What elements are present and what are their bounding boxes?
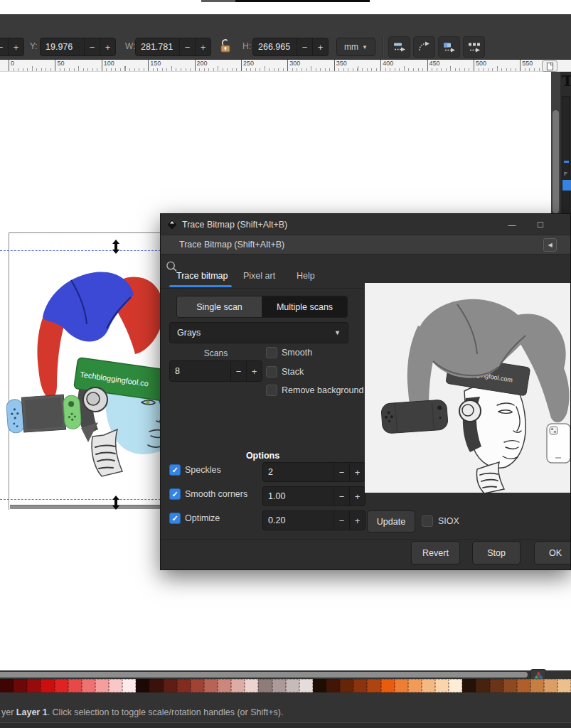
smooth-corners-value[interactable]: 1.00 (263, 487, 333, 505)
palette-swatch[interactable] (218, 679, 231, 692)
palette-swatch[interactable] (82, 679, 95, 692)
y-plus-button[interactable]: + (100, 38, 115, 55)
optimize-minus-button[interactable]: − (333, 511, 349, 530)
palette-swatch[interactable] (258, 679, 272, 692)
palette-swatch[interactable] (326, 679, 340, 692)
palette-swatch[interactable] (422, 679, 435, 692)
scale-stroke-width-toggle[interactable] (388, 36, 410, 58)
h-minus-button[interactable]: − (297, 38, 312, 55)
height-spinbox[interactable]: 266.965 − + (252, 38, 329, 56)
x-minus-button[interactable]: − (0, 38, 8, 55)
y-value[interactable]: 19.976 (41, 38, 84, 55)
palette-swatch[interactable] (0, 679, 14, 692)
tab-trace-bitmap[interactable]: Trace bitmap (176, 271, 228, 281)
speckles-spinbox[interactable]: 2 − + (262, 462, 365, 482)
horizontal-ruler[interactable]: 050100150200250300350400450500550 (0, 60, 571, 72)
palette-swatch[interactable] (164, 679, 177, 692)
siox-checkbox[interactable] (422, 515, 433, 527)
palette-swatch[interactable] (435, 679, 449, 692)
tab-pixel-art[interactable]: Pixel art (243, 271, 275, 281)
palette-swatch[interactable] (517, 679, 530, 692)
speckles-plus-button[interactable]: + (349, 463, 365, 481)
palette-swatch[interactable] (136, 679, 149, 692)
stop-button[interactable]: Stop (472, 541, 521, 564)
scans-plus-button[interactable]: + (246, 361, 262, 381)
speckles-checkbox[interactable]: ✓ (169, 464, 181, 476)
palette-swatch[interactable] (149, 679, 163, 692)
palette-swatch[interactable] (14, 679, 27, 692)
width-spinbox[interactable]: 281.781 − + (135, 38, 211, 56)
single-scan-segment[interactable]: Single scan (177, 296, 262, 317)
fill-color-swatch[interactable] (562, 180, 571, 191)
palette-swatch[interactable] (340, 679, 353, 692)
scale-handle-top[interactable] (112, 240, 120, 254)
scans-value[interactable]: 8 (170, 361, 230, 381)
palette-swatch[interactable] (503, 679, 517, 692)
smooth-checkbox[interactable] (266, 347, 277, 358)
ok-button[interactable]: OK (534, 541, 571, 564)
width-value[interactable]: 281.781 (136, 38, 179, 55)
stack-checkbox[interactable] (266, 366, 277, 378)
x-plus-button[interactable]: + (8, 38, 23, 55)
remove-background-checkbox[interactable] (266, 385, 277, 396)
palette-swatch[interactable] (122, 679, 136, 692)
palette-swatch[interactable] (272, 679, 286, 692)
palette-swatch[interactable] (231, 679, 245, 692)
x-spinbox-partial[interactable]: − + (0, 38, 24, 56)
dialog-titlebar[interactable]: Trace Bitmap (Shift+Alt+B) — □ (161, 214, 571, 235)
smooth-corners-spinbox[interactable]: 1.00 − + (262, 486, 365, 506)
h-plus-button[interactable]: + (312, 38, 328, 55)
y-spinbox[interactable]: 19.976 − + (40, 38, 116, 56)
palette-swatch[interactable] (55, 679, 68, 692)
horizontal-scrollbar-thumb[interactable] (0, 672, 528, 678)
palette-swatch[interactable] (490, 679, 503, 692)
scans-spinbox[interactable]: 8 − + (169, 360, 262, 382)
palette-swatch[interactable] (353, 679, 367, 692)
vertical-scrollbar-thumb[interactable] (553, 110, 559, 213)
palette-swatch[interactable] (367, 679, 380, 692)
palette-swatch[interactable] (557, 679, 571, 692)
speckles-minus-button[interactable]: − (333, 463, 349, 481)
transform-gradients-toggle[interactable] (438, 36, 460, 58)
palette-swatch[interactable] (109, 679, 122, 692)
jester-artwork[interactable]: Techbloggingfool.co (0, 235, 167, 512)
palette-swatch[interactable] (313, 679, 326, 692)
palette-swatch[interactable] (68, 679, 82, 692)
palette-swatch[interactable] (27, 679, 41, 692)
scale-corners-toggle[interactable] (413, 36, 435, 58)
palette-swatch[interactable] (395, 679, 408, 692)
corners-plus-button[interactable]: + (349, 487, 365, 505)
height-value[interactable]: 266.965 (253, 38, 297, 55)
palette-swatch[interactable] (408, 679, 422, 692)
trace-bitmap-dialog[interactable]: Trace Bitmap (Shift+Alt+B) — □ Trace Bit… (160, 213, 571, 570)
multiple-scans-segment[interactable]: Multiple scans (262, 296, 347, 317)
collapse-panel-button[interactable]: ◀ (543, 238, 557, 252)
optimize-value[interactable]: 0.20 (263, 511, 333, 530)
maximize-button[interactable]: □ (529, 214, 552, 235)
tab-help[interactable]: Help (297, 271, 315, 281)
units-dropdown[interactable]: mm ▼ (336, 38, 375, 56)
palette-swatch[interactable] (95, 679, 109, 692)
scans-minus-button[interactable]: − (230, 361, 246, 381)
palette-swatch[interactable] (462, 679, 476, 692)
palette-swatch[interactable] (544, 679, 557, 692)
lock-ratio-icon[interactable] (218, 38, 233, 55)
palette-swatch[interactable] (286, 679, 299, 692)
palette-swatch[interactable] (299, 679, 313, 692)
w-minus-button[interactable]: − (179, 38, 195, 55)
w-plus-button[interactable]: + (195, 38, 210, 55)
palette-swatch[interactable] (177, 679, 191, 692)
palette-swatch[interactable] (191, 679, 204, 692)
palette-swatch[interactable] (449, 679, 462, 692)
palette-swatch[interactable] (41, 679, 54, 692)
page-indicator-button[interactable] (542, 60, 557, 72)
palette-swatch[interactable] (245, 679, 258, 692)
optimize-checkbox[interactable]: ✓ (169, 513, 181, 524)
smooth-corners-checkbox[interactable]: ✓ (169, 488, 181, 500)
update-button[interactable]: Update (367, 510, 415, 532)
palette-swatch[interactable] (381, 679, 395, 692)
speckles-value[interactable]: 2 (263, 463, 333, 481)
minimize-button[interactable]: — (501, 214, 523, 235)
optimize-plus-button[interactable]: + (349, 511, 365, 530)
transform-patterns-toggle[interactable] (463, 36, 485, 58)
